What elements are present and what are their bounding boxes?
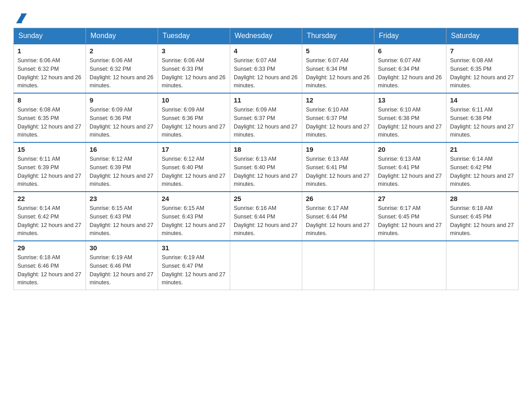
day-info: Sunrise: 6:07 AMSunset: 6:33 PMDaylight:… [234, 56, 298, 90]
calendar-cell: 20 Sunrise: 6:13 AMSunset: 6:41 PMDaylig… [374, 142, 446, 192]
day-info: Sunrise: 6:09 AMSunset: 6:37 PMDaylight:… [234, 106, 298, 139]
day-number: 9 [90, 96, 154, 104]
day-info: Sunrise: 6:06 AMSunset: 6:32 PMDaylight:… [90, 56, 154, 90]
week-row-3: 15 Sunrise: 6:11 AMSunset: 6:39 PMDaylig… [14, 142, 519, 192]
calendar-table: SundayMondayTuesdayWednesdayThursdayFrid… [13, 28, 519, 290]
day-number: 6 [378, 47, 442, 55]
weekday-header-friday: Friday [374, 28, 446, 44]
day-info: Sunrise: 6:07 AMSunset: 6:34 PMDaylight:… [378, 56, 442, 90]
day-info: Sunrise: 6:10 AMSunset: 6:37 PMDaylight:… [306, 106, 370, 139]
day-info: Sunrise: 6:19 AMSunset: 6:46 PMDaylight:… [90, 253, 154, 287]
calendar-cell: 15 Sunrise: 6:11 AMSunset: 6:39 PMDaylig… [14, 142, 86, 192]
day-info: Sunrise: 6:15 AMSunset: 6:43 PMDaylight:… [90, 204, 154, 238]
calendar-cell: 25 Sunrise: 6:16 AMSunset: 6:44 PMDaylig… [230, 192, 302, 241]
calendar-cell: 18 Sunrise: 6:13 AMSunset: 6:40 PMDaylig… [230, 142, 302, 192]
day-number: 28 [450, 195, 515, 202]
day-number: 15 [17, 146, 82, 153]
day-number: 11 [234, 96, 298, 104]
day-number: 10 [162, 96, 226, 104]
calendar-cell: 6 Sunrise: 6:07 AMSunset: 6:34 PMDayligh… [374, 44, 446, 93]
day-info: Sunrise: 6:16 AMSunset: 6:44 PMDaylight:… [234, 204, 298, 238]
logo-triangle-right [21, 13, 27, 23]
day-number: 16 [90, 146, 154, 153]
day-number: 25 [234, 195, 298, 202]
day-info: Sunrise: 6:06 AMSunset: 6:33 PMDaylight:… [162, 56, 226, 90]
day-info: Sunrise: 6:11 AMSunset: 6:39 PMDaylight:… [17, 155, 82, 188]
week-row-1: 1 Sunrise: 6:06 AMSunset: 6:32 PMDayligh… [14, 44, 519, 93]
day-number: 5 [306, 47, 370, 55]
calendar-cell: 21 Sunrise: 6:14 AMSunset: 6:42 PMDaylig… [446, 142, 519, 192]
calendar-cell: 8 Sunrise: 6:08 AMSunset: 6:35 PMDayligh… [14, 93, 86, 142]
calendar-cell [446, 241, 519, 290]
day-info: Sunrise: 6:14 AMSunset: 6:42 PMDaylight:… [17, 204, 82, 238]
calendar-cell: 14 Sunrise: 6:11 AMSunset: 6:38 PMDaylig… [446, 93, 519, 142]
week-row-2: 8 Sunrise: 6:08 AMSunset: 6:35 PMDayligh… [14, 93, 519, 142]
logo-blue [13, 13, 27, 23]
day-number: 20 [378, 146, 442, 153]
day-number: 3 [162, 47, 226, 55]
calendar-cell: 28 Sunrise: 6:18 AMSunset: 6:45 PMDaylig… [446, 192, 519, 241]
weekday-header-thursday: Thursday [302, 28, 374, 44]
calendar-cell: 9 Sunrise: 6:09 AMSunset: 6:36 PMDayligh… [86, 93, 158, 142]
day-info: Sunrise: 6:08 AMSunset: 6:35 PMDaylight:… [450, 56, 515, 90]
logo [13, 9, 27, 23]
day-info: Sunrise: 6:13 AMSunset: 6:40 PMDaylight:… [234, 155, 298, 188]
calendar-cell: 12 Sunrise: 6:10 AMSunset: 6:37 PMDaylig… [302, 93, 374, 142]
day-number: 17 [162, 146, 226, 153]
day-number: 31 [162, 244, 226, 252]
calendar-cell [374, 241, 446, 290]
calendar-cell: 10 Sunrise: 6:09 AMSunset: 6:36 PMDaylig… [158, 93, 230, 142]
calendar-cell: 3 Sunrise: 6:06 AMSunset: 6:33 PMDayligh… [158, 44, 230, 93]
day-number: 7 [450, 47, 515, 55]
day-info: Sunrise: 6:12 AMSunset: 6:40 PMDaylight:… [162, 155, 226, 188]
calendar-cell: 1 Sunrise: 6:06 AMSunset: 6:32 PMDayligh… [14, 44, 86, 93]
day-info: Sunrise: 6:19 AMSunset: 6:47 PMDaylight:… [162, 253, 226, 287]
day-number: 26 [306, 195, 370, 202]
day-info: Sunrise: 6:17 AMSunset: 6:44 PMDaylight:… [306, 204, 370, 238]
calendar-cell: 31 Sunrise: 6:19 AMSunset: 6:47 PMDaylig… [158, 241, 230, 290]
calendar-cell: 4 Sunrise: 6:07 AMSunset: 6:33 PMDayligh… [230, 44, 302, 93]
day-number: 19 [306, 146, 370, 153]
calendar-cell: 17 Sunrise: 6:12 AMSunset: 6:40 PMDaylig… [158, 142, 230, 192]
calendar-cell: 19 Sunrise: 6:13 AMSunset: 6:41 PMDaylig… [302, 142, 374, 192]
day-info: Sunrise: 6:13 AMSunset: 6:41 PMDaylight:… [378, 155, 442, 188]
calendar-cell [302, 241, 374, 290]
day-number: 12 [306, 96, 370, 104]
day-info: Sunrise: 6:10 AMSunset: 6:38 PMDaylight:… [378, 106, 442, 139]
page-header [13, 9, 519, 23]
day-info: Sunrise: 6:09 AMSunset: 6:36 PMDaylight:… [90, 106, 154, 139]
calendar-cell: 24 Sunrise: 6:15 AMSunset: 6:43 PMDaylig… [158, 192, 230, 241]
weekday-header-row: SundayMondayTuesdayWednesdayThursdayFrid… [14, 28, 519, 44]
weekday-header-sunday: Sunday [14, 28, 86, 44]
calendar-cell: 5 Sunrise: 6:07 AMSunset: 6:34 PMDayligh… [302, 44, 374, 93]
calendar-cell: 2 Sunrise: 6:06 AMSunset: 6:32 PMDayligh… [86, 44, 158, 93]
calendar-cell: 27 Sunrise: 6:17 AMSunset: 6:45 PMDaylig… [374, 192, 446, 241]
day-info: Sunrise: 6:18 AMSunset: 6:46 PMDaylight:… [17, 253, 82, 287]
calendar-cell: 7 Sunrise: 6:08 AMSunset: 6:35 PMDayligh… [446, 44, 519, 93]
calendar-cell: 23 Sunrise: 6:15 AMSunset: 6:43 PMDaylig… [86, 192, 158, 241]
day-number: 4 [234, 47, 298, 55]
day-number: 23 [90, 195, 154, 202]
day-number: 27 [378, 195, 442, 202]
day-info: Sunrise: 6:09 AMSunset: 6:36 PMDaylight:… [162, 106, 226, 139]
weekday-header-monday: Monday [86, 28, 158, 44]
day-number: 29 [17, 244, 82, 252]
weekday-header-wednesday: Wednesday [230, 28, 302, 44]
calendar-cell [230, 241, 302, 290]
day-info: Sunrise: 6:08 AMSunset: 6:35 PMDaylight:… [17, 106, 82, 139]
week-row-4: 22 Sunrise: 6:14 AMSunset: 6:42 PMDaylig… [14, 192, 519, 241]
day-number: 13 [378, 96, 442, 104]
day-info: Sunrise: 6:15 AMSunset: 6:43 PMDaylight:… [162, 204, 226, 238]
day-number: 18 [234, 146, 298, 153]
calendar-cell: 22 Sunrise: 6:14 AMSunset: 6:42 PMDaylig… [14, 192, 86, 241]
day-info: Sunrise: 6:11 AMSunset: 6:38 PMDaylight:… [450, 106, 515, 139]
logo-icon [15, 13, 27, 23]
day-number: 24 [162, 195, 226, 202]
week-row-5: 29 Sunrise: 6:18 AMSunset: 6:46 PMDaylig… [14, 241, 519, 290]
calendar-cell: 11 Sunrise: 6:09 AMSunset: 6:37 PMDaylig… [230, 93, 302, 142]
weekday-header-saturday: Saturday [446, 28, 519, 44]
day-number: 22 [17, 195, 82, 202]
calendar-cell: 16 Sunrise: 6:12 AMSunset: 6:39 PMDaylig… [86, 142, 158, 192]
day-info: Sunrise: 6:14 AMSunset: 6:42 PMDaylight:… [450, 155, 515, 188]
calendar-cell: 29 Sunrise: 6:18 AMSunset: 6:46 PMDaylig… [14, 241, 86, 290]
